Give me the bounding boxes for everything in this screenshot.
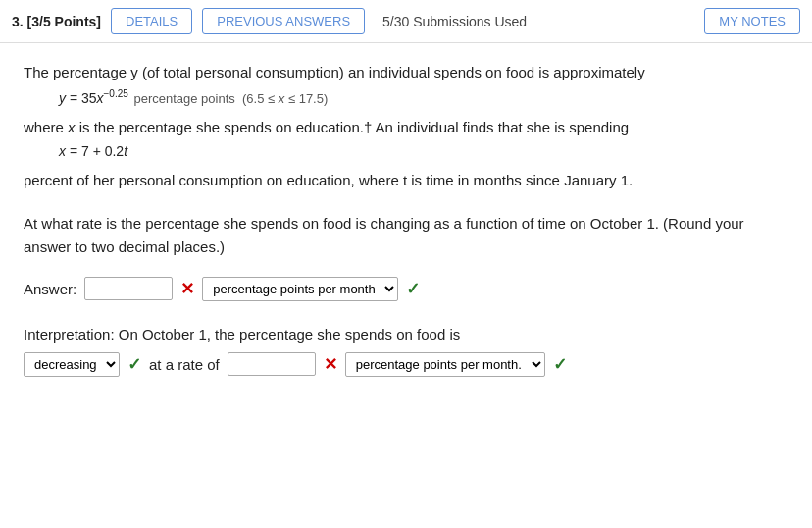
problem-content: The percentage y (of total personal cons… <box>0 43 812 395</box>
equation2-line: x = 7 + 0.2t <box>59 143 788 159</box>
answer-label: Answer: <box>24 281 76 297</box>
unit-select[interactable]: percentage points per month <box>202 277 398 301</box>
details-button[interactable]: DETAILS <box>111 8 192 34</box>
previous-answers-button[interactable]: PREVIOUS ANSWERS <box>202 8 365 34</box>
question-label: 3. [3/5 Points] <box>12 14 101 29</box>
equation1-range: percentage points (6.5 ≤ x ≤ 17.5) <box>130 91 328 106</box>
interpretation-label: Interpretation: On October 1, the percen… <box>24 323 788 346</box>
answer-check-mark: ✓ <box>406 279 420 299</box>
intro-sentence: The percentage y (of total personal cons… <box>24 64 645 80</box>
interp-check-mark: ✓ <box>127 354 141 375</box>
continuation-text: percent of her personal consumption on e… <box>24 169 788 192</box>
equation1-text: y = 35x−0.25 <box>59 88 128 106</box>
answer-x-mark: ✕ <box>180 279 194 299</box>
answer-row: Answer: ✕ percentage points per month ✓ <box>24 277 788 301</box>
unit-select2[interactable]: percentage points per month. <box>345 352 545 377</box>
interpretation-row: decreasing increasing ✓ at a rate of ✕ p… <box>24 352 788 377</box>
answer-input[interactable] <box>84 277 173 300</box>
equation2-text: x = 7 + 0.2t <box>59 143 127 159</box>
interp-answer-input[interactable] <box>228 352 316 376</box>
submissions-label: 5/30 Submissions Used <box>382 14 527 29</box>
top-bar: 3. [3/5 Points] DETAILS PREVIOUS ANSWERS… <box>0 0 812 43</box>
interp-check-mark2: ✓ <box>553 354 567 375</box>
question-text: At what rate is the percentage she spend… <box>24 212 788 259</box>
intro-text: The percentage y (of total personal cons… <box>24 61 788 84</box>
equation1-line: y = 35x−0.25 percentage points (6.5 ≤ x … <box>59 88 788 106</box>
at-rate-label: at a rate of <box>149 356 220 373</box>
where-text: where x is the percentage she spends on … <box>24 116 788 139</box>
decreasing-select[interactable]: decreasing increasing <box>24 352 120 377</box>
interp-x-mark: ✕ <box>324 354 337 375</box>
my-notes-button[interactable]: MY NOTES <box>704 8 800 34</box>
interpretation-section: Interpretation: On October 1, the percen… <box>24 323 788 377</box>
